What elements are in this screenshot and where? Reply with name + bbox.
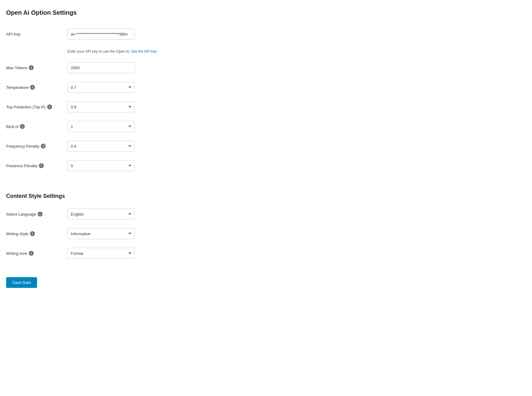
page-title: Open Ai Option Settings [6, 9, 526, 16]
api-key-row: API Key [6, 28, 526, 40]
top-prediction-select[interactable]: 0.9 [67, 101, 135, 112]
frequency-penalty-row: Frequency Penalty i 0.4 [6, 141, 526, 152]
writing-style-select[interactable]: Informative Descriptive Narrative Persua… [67, 228, 135, 239]
best-of-info-icon[interactable]: i [20, 124, 25, 129]
top-prediction-row: Top Prediction (Top-P) i 0.9 [6, 101, 526, 112]
openai-settings-section: API Key Enter your API key to use the Op… [6, 28, 526, 171]
writing-style-info-icon[interactable]: i [30, 231, 35, 236]
frequency-penalty-info-icon[interactable]: i [41, 144, 46, 149]
content-style-section: Content Style Settings Select Language i… [6, 193, 526, 259]
top-prediction-label: Top Prediction (Top-P) i [6, 104, 67, 109]
writing-style-label: Writing Style i [6, 231, 67, 236]
writing-tone-row: Writing tone i Formal Informal Friendly … [6, 248, 526, 259]
frequency-penalty-label: Frequency Penalty i [6, 144, 67, 149]
temperature-info-icon[interactable]: i [30, 85, 35, 90]
content-style-title: Content Style Settings [6, 193, 526, 199]
select-language-select[interactable]: English French Spanish German [67, 209, 135, 220]
max-tokens-label: Max Tokens i [6, 65, 67, 70]
top-prediction-info-icon[interactable]: i [47, 104, 52, 109]
frequency-penalty-select[interactable]: 0.4 [67, 141, 135, 152]
presence-penalty-label: Presence Penalty i [6, 163, 67, 168]
api-key-input[interactable] [67, 28, 135, 40]
temperature-select[interactable]: 0.7 [67, 82, 135, 93]
best-of-row: Best of i 1 [6, 121, 526, 132]
temperature-row: Temperature i 0.7 [6, 82, 526, 93]
max-tokens-info-icon[interactable]: i [29, 65, 34, 70]
save-button[interactable]: Save Data [6, 277, 37, 288]
presence-penalty-select[interactable]: 0 [67, 160, 135, 171]
writing-tone-label: Writing tone i [6, 251, 67, 256]
get-api-key-link[interactable]: Get the API key [131, 49, 157, 54]
select-language-label: Select Language i [6, 212, 67, 217]
presence-penalty-info-icon[interactable]: i [39, 163, 44, 168]
max-tokens-row: Max Tokens i [6, 62, 526, 73]
best-of-select[interactable]: 1 [67, 121, 135, 132]
api-key-label: API Key [6, 32, 67, 36]
presence-penalty-row: Presence Penalty i 0 [6, 160, 526, 171]
max-tokens-input[interactable] [67, 62, 135, 73]
api-key-wrapper: API Key Enter your API key to use the Op… [6, 28, 526, 54]
select-language-row: Select Language i English French Spanish… [6, 209, 526, 220]
api-key-helper: Enter your API key to use the Open Ai. G… [67, 49, 526, 54]
temperature-label: Temperature i [6, 85, 67, 90]
section-divider [6, 183, 526, 184]
writing-style-row: Writing Style i Informative Descriptive … [6, 228, 526, 239]
writing-tone-select[interactable]: Formal Informal Friendly Professional [67, 248, 135, 259]
select-language-info-icon[interactable]: i [38, 212, 43, 217]
writing-tone-info-icon[interactable]: i [29, 251, 34, 256]
best-of-label: Best of i [6, 124, 67, 129]
